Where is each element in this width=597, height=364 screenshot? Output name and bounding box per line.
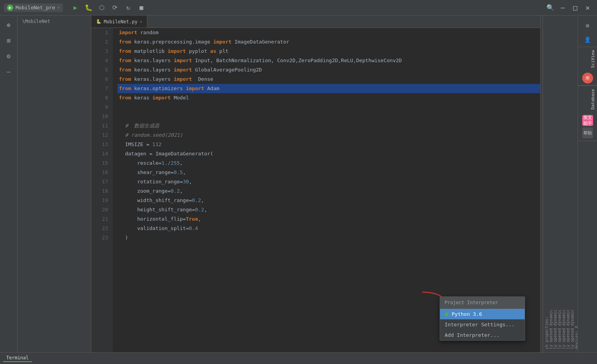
code-line[interactable]: # random.seed(2021): [117, 131, 540, 140]
code-line[interactable]: shear_range=0.5,: [117, 168, 540, 177]
code-line[interactable]: from keras.preprocessing.image import Im…: [117, 37, 540, 47]
code-line[interactable]: from keras import Model: [117, 93, 540, 103]
line-number: 13: [91, 140, 108, 149]
project-panel: \MobileNet: [17, 16, 91, 352]
right-sidebar-icon2[interactable]: 👤: [581, 33, 595, 47]
popup-item-python36[interactable]: Python 3.6: [440, 309, 525, 319]
line-number: 16: [91, 168, 108, 177]
code-line[interactable]: [117, 103, 540, 112]
line-number: 14: [91, 149, 108, 158]
project-content: \MobileNet: [17, 16, 91, 27]
coverage-button[interactable]: ⬡: [96, 2, 107, 13]
minimize-button[interactable]: —: [557, 2, 568, 13]
line-number: 1: [91, 28, 108, 37]
database-tab[interactable]: Database: [578, 85, 597, 113]
close-panel-icon[interactable]: —: [2, 65, 15, 78]
code-line[interactable]: [117, 112, 540, 121]
code-line[interactable]: datagen = ImageDataGenerator(: [117, 149, 540, 158]
code-line[interactable]: zoom_range=0.2,: [117, 186, 540, 196]
reload-button[interactable]: ↻: [123, 2, 134, 13]
line-number: 9: [91, 103, 108, 112]
code-line[interactable]: ): [117, 233, 540, 242]
line-number: 23: [91, 233, 108, 242]
code-line[interactable]: from keras.layers import GlobalAveragePo…: [117, 65, 540, 75]
close-tab-icon[interactable]: ✕: [140, 19, 142, 24]
line-number: 4: [91, 56, 108, 65]
user-avatar-circle: 用: [582, 73, 593, 84]
code-line[interactable]: width_shift_range=0.2,: [117, 196, 540, 205]
python-file-icon: 🐍: [96, 19, 101, 24]
stop-button[interactable]: ■: [136, 2, 147, 13]
send-button[interactable]: 发文助手: [582, 115, 593, 126]
right-vertical-labels: SciView 用 Database 发文助手 帮助: [578, 47, 597, 141]
toolbar-icons: ▶ 🐛 ⬡ ⟳ ↻ ■: [70, 2, 147, 13]
line-number: 5: [91, 65, 108, 75]
code-line[interactable]: # 数据生成器: [117, 121, 540, 131]
line-number: 2: [91, 37, 108, 47]
code-line[interactable]: import random: [117, 28, 540, 37]
popup-title: Project Interpreter: [440, 297, 525, 309]
line-number: 15: [91, 158, 108, 168]
popup-item-interpreter-settings[interactable]: Interpreter Settings...: [440, 319, 525, 330]
right-panel-output: ch properties: ly opened dynamic ly open…: [543, 16, 578, 352]
run-config-selector[interactable]: ▶ MobileNet_pre ▾: [4, 3, 63, 12]
sciview-tab[interactable]: SciView: [578, 47, 597, 71]
title-bar: ▶ MobileNet_pre ▾ ▶ 🐛 ⬡ ⟳ ↻ ■ 🔍 — □ ✕: [0, 0, 597, 16]
line-number: 22: [91, 224, 108, 233]
code-line[interactable]: validation_split=0.4: [117, 224, 540, 233]
add-icon[interactable]: ⊕: [2, 19, 15, 31]
line-number: 7: [91, 84, 108, 93]
code-line[interactable]: from keras.layers import Input, BatchNor…: [117, 56, 540, 65]
line-number: 19: [91, 196, 108, 205]
line-number: 12: [91, 131, 108, 140]
terminal-tab[interactable]: Terminal: [3, 354, 32, 362]
project-root-item[interactable]: \MobileNet: [21, 18, 88, 25]
run-config-chevron: ▾: [58, 5, 60, 10]
line-number: 8: [91, 93, 108, 103]
interpreter-popup: Project Interpreter Python 3.6 Interpret…: [440, 296, 525, 341]
line-number: 3: [91, 47, 108, 56]
search-toolbar-button[interactable]: 🔍: [545, 2, 556, 13]
line-numbers: 1234567891011121314151617181920212223: [91, 28, 113, 352]
code-line[interactable]: height_shift_range=0.2,: [117, 205, 540, 214]
terminal-area: Terminal: [0, 352, 597, 364]
line-number: 10: [91, 112, 108, 121]
help-button[interactable]: 帮助: [582, 127, 593, 138]
far-right-sidebar: ⊞ 👤 ⋯ SciView 用 Database 发文助手 帮助: [578, 16, 597, 352]
right-action-icons: 发文助手 帮助: [578, 113, 597, 141]
run-button[interactable]: ▶: [70, 2, 81, 13]
line-number: 21: [91, 214, 108, 224]
title-bar-right: 🔍 — □ ✕: [545, 2, 593, 13]
code-line[interactable]: from matplotlib import pyplot as plt: [117, 47, 540, 56]
settings-icon[interactable]: ⚙: [2, 50, 15, 62]
title-bar-left: ▶ MobileNet_pre ▾ ▶ 🐛 ⬡ ⟳ ↻ ■: [4, 2, 147, 13]
code-line[interactable]: from keras.optimizers import Adam: [117, 84, 540, 93]
line-number: 20: [91, 205, 108, 214]
right-panel: ch properties: ly opened dynamic ly open…: [543, 16, 578, 352]
left-sidebar: ⊕ ⊞ ⚙ —: [0, 16, 17, 352]
line-number: 17: [91, 177, 108, 186]
tab-label: MobileNet.py: [104, 19, 138, 24]
popup-settings-label: Interpreter Settings...: [445, 322, 515, 327]
code-line[interactable]: IMSIZE = 112: [117, 140, 540, 149]
profile-button[interactable]: ⟳: [110, 2, 120, 13]
maximize-button[interactable]: □: [570, 2, 581, 13]
right-user-avatar[interactable]: 用: [578, 71, 597, 85]
popup-item-add-interpreter[interactable]: Add Interpreter...: [440, 330, 525, 340]
code-line[interactable]: rescale=1./255,: [117, 158, 540, 168]
code-line[interactable]: horizontal_flip=True,: [117, 214, 540, 224]
code-line[interactable]: rotation_range=30,: [117, 177, 540, 186]
code-line[interactable]: from keras.layers import Dense: [117, 75, 540, 84]
debug-button[interactable]: 🐛: [83, 2, 94, 13]
run-config-icon: ▶: [7, 5, 13, 11]
tab-bar: 🐍 MobileNet.py ✕: [91, 16, 540, 28]
close-button[interactable]: ✕: [582, 2, 593, 13]
file-tab-mobilenet[interactable]: 🐍 MobileNet.py ✕: [91, 16, 147, 28]
popup-python36-label: Python 3.6: [452, 311, 482, 317]
right-sidebar-icon1[interactable]: ⊞: [581, 19, 595, 33]
popup-add-label: Add Interpreter...: [445, 332, 499, 338]
line-number: 11: [91, 121, 108, 131]
line-number: 18: [91, 186, 108, 196]
python-dot-icon: [445, 312, 449, 316]
collapse-icon[interactable]: ⊞: [2, 34, 15, 47]
